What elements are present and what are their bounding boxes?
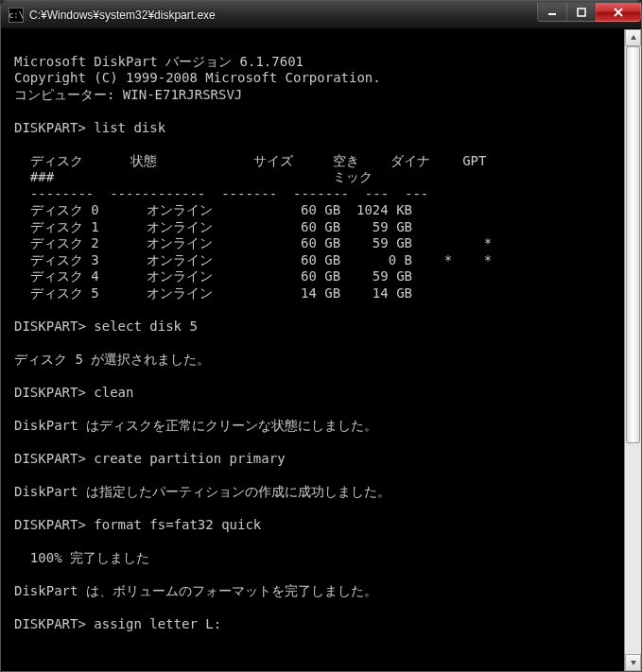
scroll-up-button[interactable] — [625, 29, 641, 46]
minimize-icon — [547, 8, 557, 17]
console-output[interactable]: Microsoft DiskPart バージョン 6.1.7601 Copyri… — [1, 29, 624, 671]
maximize-button[interactable] — [566, 3, 597, 22]
svg-marker-5 — [631, 661, 636, 665]
vertical-scrollbar[interactable] — [624, 29, 641, 671]
svg-marker-4 — [631, 35, 636, 40]
chevron-down-icon — [630, 659, 637, 666]
maximize-icon — [577, 8, 586, 17]
window-buttons — [538, 3, 641, 22]
scrollbar-thumb[interactable] — [626, 46, 640, 443]
close-button[interactable] — [596, 3, 641, 22]
chevron-up-icon — [630, 34, 637, 42]
scroll-down-button[interactable] — [625, 654, 641, 671]
command-prompt-window: c:\ C:¥Windows¥system32¥diskpart.exe Mic… — [0, 0, 642, 672]
close-icon — [613, 8, 624, 17]
scrollbar-track[interactable] — [625, 46, 641, 654]
minimize-button[interactable] — [537, 3, 567, 22]
svg-rect-1 — [578, 9, 585, 16]
titlebar[interactable]: c:\ C:¥Windows¥system32¥diskpart.exe — [1, 1, 641, 29]
app-icon: c:\ — [9, 8, 24, 23]
window-title: C:¥Windows¥system32¥diskpart.exe — [29, 9, 538, 22]
client-area: Microsoft DiskPart バージョン 6.1.7601 Copyri… — [1, 29, 641, 671]
